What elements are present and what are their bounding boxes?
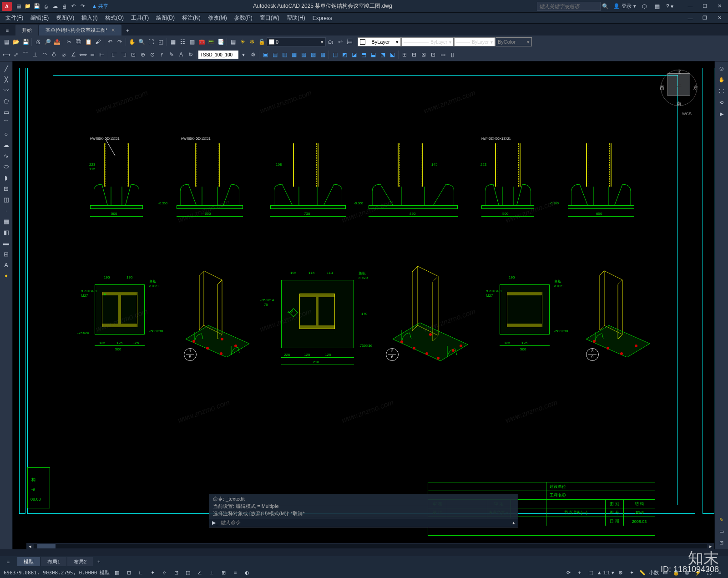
undo2-icon[interactable]: ↶ xyxy=(106,37,115,46)
command-input[interactable]: 键入命令 xyxy=(220,519,512,526)
dyninput-icon[interactable]: ⊞ xyxy=(219,568,228,577)
dimstylemgr-icon[interactable]: ⚙ xyxy=(248,50,258,59)
maximize-button[interactable]: ☐ xyxy=(698,1,712,11)
share-button[interactable]: ▲ 共享 xyxy=(92,3,108,10)
dimarc-icon[interactable]: ⌒ xyxy=(21,50,30,59)
wcs-label[interactable]: WCS xyxy=(682,112,692,116)
ext15-icon[interactable]: ⊞ xyxy=(400,50,409,59)
redo-icon[interactable]: ↷ xyxy=(78,2,86,10)
command-menu-icon[interactable]: ▴ xyxy=(512,520,515,526)
dimspace-icon[interactable]: ⫍ xyxy=(110,50,119,59)
open2-icon[interactable]: 📂 xyxy=(11,37,20,46)
ext6-icon[interactable]: ▨ xyxy=(308,50,318,59)
coordinates-display[interactable]: 698379.0881, 90308.2795, 0.0000 xyxy=(4,570,97,576)
zoomext-icon[interactable]: ⛶ xyxy=(147,37,156,46)
insert-icon[interactable]: ⊞ xyxy=(1,183,11,193)
layout-menu-icon[interactable]: ≡ xyxy=(3,557,14,567)
calc-icon[interactable]: 📟 xyxy=(207,37,216,46)
menu-dimension[interactable]: 标注(N) xyxy=(178,13,204,23)
model-space-button[interactable]: 模型 xyxy=(100,569,110,576)
saveas-icon[interactable]: ⎙ xyxy=(42,2,50,10)
menu-edit[interactable]: 编辑(E) xyxy=(27,13,52,23)
polar-icon[interactable]: ✦ xyxy=(148,568,157,577)
cut-icon[interactable]: ✂ xyxy=(65,37,74,46)
ext7-icon[interactable]: ▩ xyxy=(318,50,327,59)
publish-icon[interactable]: 📤 xyxy=(52,37,61,46)
ext3-icon[interactable]: ▥ xyxy=(280,50,289,59)
ext19-icon[interactable]: ▭ xyxy=(438,50,447,59)
print-icon[interactable]: 🖨 xyxy=(33,37,42,46)
ext1-icon[interactable]: ▣ xyxy=(261,50,270,59)
canvas-hscrollbar[interactable]: ◂ ▸ xyxy=(26,543,714,549)
units-display[interactable]: 小数 xyxy=(649,569,659,576)
lineweight-dropdown[interactable]: ByLayer▾ xyxy=(454,37,495,46)
dimbase-icon[interactable]: ⫤ xyxy=(88,50,97,59)
tab-document[interactable]: 某单位钢结构会议室竣工图*✕ xyxy=(39,25,121,35)
ext12-icon[interactable]: ⬓ xyxy=(369,50,378,59)
new-icon[interactable]: ▤ xyxy=(15,2,23,10)
tab-layout1[interactable]: 布局1 xyxy=(41,557,66,566)
tab-layout2[interactable]: 布局2 xyxy=(67,557,93,566)
command-line[interactable]: 命令: _textedit 当前设置: 编辑模式 = Multiple 选择注释… xyxy=(209,494,518,527)
cart-icon[interactable]: ▦ xyxy=(652,2,662,11)
menu-help[interactable]: 帮助(H) xyxy=(283,13,309,23)
zoom-icon[interactable]: 🔍 xyxy=(137,37,146,46)
app-menu-icon[interactable]: ≡ xyxy=(2,25,13,35)
ext2-icon[interactable]: ▤ xyxy=(270,50,279,59)
revcloud-icon[interactable]: ☁ xyxy=(1,140,11,150)
menu-file[interactable]: 文件(F) xyxy=(2,13,27,23)
dimcont-icon[interactable]: ⫦ xyxy=(97,50,106,59)
ext10-icon[interactable]: ◪ xyxy=(349,50,359,59)
diminsp-icon[interactable]: ⊙ xyxy=(148,50,157,59)
3dosnap-icon[interactable]: ◫ xyxy=(183,568,192,577)
doc-close-button[interactable]: ✕ xyxy=(713,13,726,23)
dimjogline-icon[interactable]: ⫯ xyxy=(157,50,167,59)
close-button[interactable]: ✕ xyxy=(713,1,726,11)
paste-icon[interactable]: 📋 xyxy=(84,37,93,46)
dimstyle-input[interactable]: TSSD_100_100 xyxy=(198,51,238,59)
grid-icon[interactable]: ▦ xyxy=(112,568,121,577)
tab-model[interactable]: 模型 xyxy=(17,557,40,566)
menu-window[interactable]: 窗口(W) xyxy=(256,13,283,23)
point-icon[interactable]: · xyxy=(1,205,11,215)
dimedit-icon[interactable]: ✎ xyxy=(167,50,176,59)
dimbreak-icon[interactable]: ⫎ xyxy=(119,50,128,59)
props-icon[interactable]: ▦ xyxy=(168,37,177,46)
save-icon[interactable]: 💾 xyxy=(33,2,41,10)
table-icon[interactable]: ⊞ xyxy=(1,249,11,259)
open-icon[interactable]: 📁 xyxy=(24,2,32,10)
ortho-icon[interactable]: ∟ xyxy=(136,568,145,577)
dimlin-icon[interactable]: ⟷ xyxy=(2,50,11,59)
laystate-icon[interactable]: ⿳ xyxy=(345,37,354,46)
ssm-icon[interactable]: ▥ xyxy=(187,37,197,46)
redo2-icon[interactable]: ↷ xyxy=(115,37,124,46)
tab-new-button[interactable]: + xyxy=(122,25,132,35)
preview-icon[interactable]: 🔎 xyxy=(43,37,52,46)
pan-icon[interactable]: ✋ xyxy=(127,37,136,46)
tp-icon[interactable]: 🧰 xyxy=(197,37,206,46)
ellipse-icon[interactable]: ⬭ xyxy=(1,162,11,172)
annot2-icon[interactable]: ▭ xyxy=(717,526,727,536)
ext18-icon[interactable]: ⊡ xyxy=(429,50,438,59)
plotstyle-dropdown[interactable]: ByColor▾ xyxy=(495,37,532,46)
osnap-icon[interactable]: ⊡ xyxy=(172,568,181,577)
layer-dropdown[interactable]: 0▾ xyxy=(267,37,326,46)
line-icon[interactable]: ╱ xyxy=(1,63,11,73)
autodesk-app-icon[interactable]: ⬡ xyxy=(640,2,649,11)
orbit-icon[interactable]: ⟲ xyxy=(717,97,727,107)
sun-icon[interactable]: ☀ xyxy=(238,37,247,46)
block-icon[interactable]: ◫ xyxy=(1,194,11,204)
menu-insert[interactable]: 插入(I) xyxy=(78,13,101,23)
menu-view[interactable]: 视图(V) xyxy=(52,13,78,23)
sb-annomonitor-icon[interactable]: + xyxy=(575,568,584,577)
ext17-icon[interactable]: ⊠ xyxy=(419,50,428,59)
layout-add-button[interactable]: + xyxy=(94,557,104,567)
pan2-icon[interactable]: ✋ xyxy=(717,75,727,85)
ext11-icon[interactable]: ⬒ xyxy=(359,50,368,59)
ext13-icon[interactable]: ⬔ xyxy=(378,50,387,59)
qnew-icon[interactable]: ▤ xyxy=(2,37,11,46)
plot-icon[interactable]: 🖨 xyxy=(60,2,68,10)
dimdia-icon[interactable]: ⌀ xyxy=(59,50,68,59)
ext9-icon[interactable]: ◩ xyxy=(340,50,349,59)
dimquick-icon[interactable]: ⟺ xyxy=(78,50,87,59)
